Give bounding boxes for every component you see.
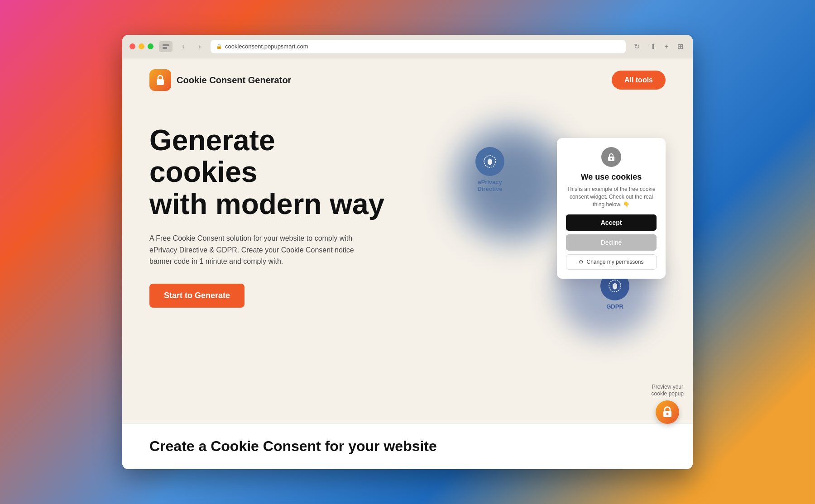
hero-description: A Free Cookie Consent solution for your …	[149, 233, 367, 267]
svg-rect-2	[157, 79, 164, 85]
address-bar[interactable]: 🔒 cookieconsent.popupsmart.com	[211, 40, 626, 53]
svg-rect-1	[163, 47, 167, 49]
share-btn[interactable]: ⬆	[647, 41, 658, 52]
permissions-icon: ⚙	[579, 259, 584, 265]
all-tools-button[interactable]: All tools	[612, 71, 666, 90]
cookie-popup-card: We use cookies This is an example of the…	[557, 138, 666, 279]
hero-section: Generate cookies with modern way A Free …	[122, 102, 693, 423]
back-btn[interactable]: ‹	[178, 41, 189, 52]
popup-permissions-button[interactable]: ⚙ Change my permissons	[566, 254, 657, 270]
logo-text: Cookie Consent Generator	[177, 75, 291, 86]
svg-point-9	[666, 413, 669, 415]
ssl-lock-icon: 🔒	[216, 43, 222, 49]
logo-area: Cookie Consent Generator	[149, 69, 291, 91]
tab-toggle-btn[interactable]	[159, 41, 173, 52]
footer-section: Create a Cookie Consent for your website	[122, 423, 693, 469]
traffic-light-green[interactable]	[148, 43, 153, 49]
browser-chrome: ‹ › 🔒 cookieconsent.popupsmart.com ↻ ⬆ +…	[122, 35, 693, 58]
preview-button[interactable]	[656, 400, 679, 424]
traffic-light-red[interactable]	[129, 43, 135, 49]
start-generate-button[interactable]: Start to Generate	[149, 284, 244, 308]
gdpr-label: GDPR	[606, 303, 623, 310]
url-text: cookieconsent.popupsmart.com	[225, 43, 308, 50]
popup-accept-button[interactable]: Accept	[566, 214, 657, 231]
logo-icon	[149, 69, 171, 91]
popup-decline-button[interactable]: Decline	[566, 234, 657, 251]
popup-description: This is an example of the free cookie co…	[566, 185, 657, 208]
hero-left: Generate cookies with modern way A Free …	[149, 111, 439, 308]
reload-btn[interactable]: ↻	[631, 41, 642, 52]
footer-title: Create a Cookie Consent for your website	[149, 438, 666, 455]
forward-btn[interactable]: ›	[194, 41, 205, 52]
browser-actions: ⬆ + ⊞	[647, 41, 686, 52]
preview-label: Preview yourcookie popup	[652, 384, 684, 398]
eprivacy-label: ePrivacyDirective	[478, 179, 503, 192]
new-tab-btn[interactable]: +	[661, 41, 672, 52]
site-header: Cookie Consent Generator All tools	[122, 58, 693, 102]
popup-lock-icon	[601, 147, 621, 167]
grid-btn[interactable]: ⊞	[675, 41, 686, 52]
eprivacy-icon	[475, 147, 504, 176]
preview-popup: Preview yourcookie popup	[652, 384, 684, 424]
svg-point-6	[610, 158, 612, 160]
browser-window: ‹ › 🔒 cookieconsent.popupsmart.com ↻ ⬆ +…	[122, 35, 693, 469]
eprivacy-badge: ePrivacyDirective	[475, 147, 504, 192]
hero-illustration: ePrivacyDirective We use cookies This is…	[439, 111, 666, 346]
permissions-label: Change my permissons	[586, 259, 643, 265]
traffic-lights	[129, 43, 153, 49]
hero-title: Generate cookies with modern way	[149, 124, 385, 220]
hero-title-line1: Generate cookies	[149, 124, 275, 188]
svg-rect-0	[163, 44, 169, 46]
hero-title-line2: with modern way	[149, 188, 384, 220]
popup-title: We use cookies	[566, 172, 657, 182]
traffic-light-yellow[interactable]	[139, 43, 144, 49]
page-content: Cookie Consent Generator All tools Gener…	[122, 58, 693, 469]
